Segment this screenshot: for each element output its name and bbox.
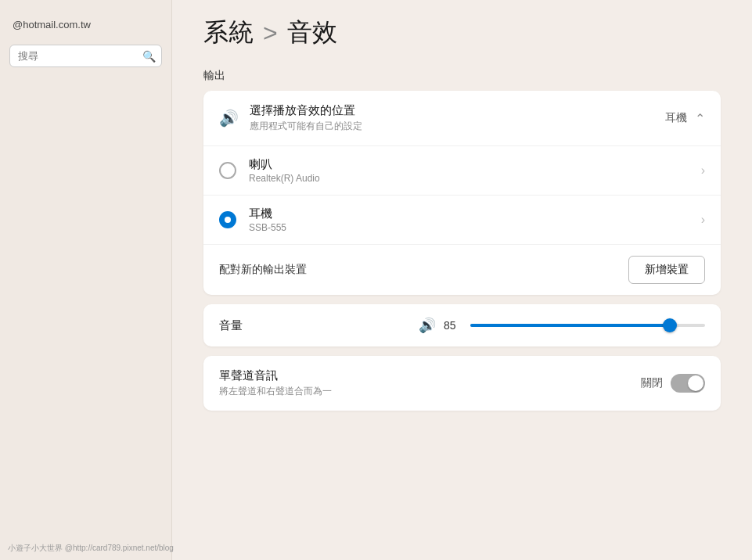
sidebar: @hotmail.com.tw 🔍 <box>0 0 172 560</box>
chevron-up-icon[interactable]: ⌃ <box>695 111 705 126</box>
output-section-label: 輸出 <box>203 69 721 83</box>
arrow-right-headphone-icon[interactable]: › <box>701 213 705 227</box>
breadcrumb-separator: > <box>263 19 278 48</box>
volume-number: 85 <box>444 319 462 332</box>
device-current-value: 耳機 <box>665 111 687 125</box>
device-sub-headphone: SSB-555 <box>249 222 701 233</box>
pair-device-row: 配對新的輸出裝置 新增裝置 <box>203 245 721 295</box>
search-input[interactable] <box>9 45 162 67</box>
pair-label: 配對新的輸出裝置 <box>219 263 307 277</box>
device-name-headphone: 耳機 <box>249 206 701 221</box>
device-sub-speaker: Realtek(R) Audio <box>249 173 701 184</box>
volume-slider-fill <box>470 324 670 327</box>
device-select-header[interactable]: 🔊 選擇播放音效的位置 應用程式可能有自己的設定 耳機 ⌃ <box>203 91 721 146</box>
page-title: 系統 > 音效 <box>203 16 721 50</box>
mono-subtitle: 將左聲道和右聲道合而為一 <box>219 385 641 398</box>
volume-slider-track[interactable] <box>470 324 705 327</box>
volume-label: 音量 <box>219 318 266 333</box>
device-row-speaker[interactable]: 喇叭 Realtek(R) Audio › <box>203 146 721 196</box>
toggle-label: 關閉 <box>641 376 663 390</box>
mono-toggle-area: 關閉 <box>641 374 705 393</box>
sidebar-email: @hotmail.com.tw <box>0 8 171 38</box>
speaker-icon: 🔊 <box>219 109 239 127</box>
mono-audio-card: 單聲道音訊 將左聲道和右聲道合而為一 關閉 <box>203 356 721 411</box>
device-select-text: 選擇播放音效的位置 應用程式可能有自己的設定 <box>250 103 665 133</box>
device-info-speaker: 喇叭 Realtek(R) Audio <box>249 157 701 184</box>
sidebar-search-container: 🔍 <box>9 45 162 67</box>
volume-card: 音量 🔊 85 <box>203 304 721 346</box>
mono-row: 單聲道音訊 將左聲道和右聲道合而為一 關閉 <box>203 356 721 411</box>
device-row-headphone[interactable]: 耳機 SSB-555 › <box>203 196 721 245</box>
mono-text: 單聲道音訊 將左聲道和右聲道合而為一 <box>219 368 641 398</box>
main-content: 系統 > 音效 輸出 🔊 選擇播放音效的位置 應用程式可能有自己的設定 耳機 ⌃… <box>172 0 752 560</box>
volume-slider-thumb[interactable] <box>663 318 677 332</box>
audio-label: 音效 <box>287 16 337 50</box>
mono-title: 單聲道音訊 <box>219 368 641 383</box>
volume-slider-container <box>470 324 705 327</box>
radio-headphone[interactable] <box>219 211 236 228</box>
search-icon: 🔍 <box>142 50 156 63</box>
mono-toggle-switch[interactable] <box>671 374 705 393</box>
volume-row: 音量 🔊 85 <box>203 304 721 346</box>
device-select-card: 🔊 選擇播放音效的位置 應用程式可能有自己的設定 耳機 ⌃ 喇叭 Realtek… <box>203 91 721 295</box>
watermark: 小遊子小大世界 @http://card789.pixnet.net/blog <box>8 543 174 554</box>
radio-speaker[interactable] <box>219 162 236 179</box>
system-label: 系統 <box>203 16 254 50</box>
add-device-button[interactable]: 新增裝置 <box>628 256 705 284</box>
device-info-headphone: 耳機 SSB-555 <box>249 206 701 233</box>
device-select-title: 選擇播放音效的位置 <box>250 103 665 118</box>
device-name-speaker: 喇叭 <box>249 157 701 172</box>
volume-icon: 🔊 <box>419 317 436 334</box>
device-select-subtitle: 應用程式可能有自己的設定 <box>250 120 665 133</box>
arrow-right-speaker-icon[interactable]: › <box>701 163 705 178</box>
